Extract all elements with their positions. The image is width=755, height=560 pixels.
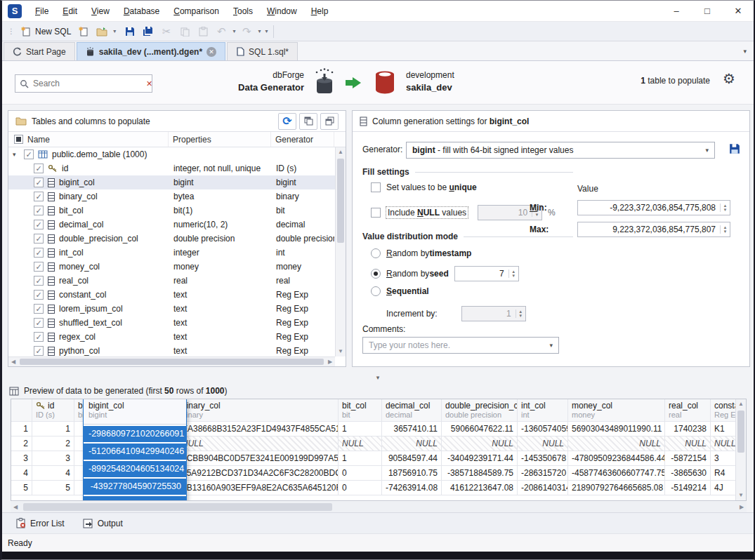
preview-header-real[interactable]: real_colreal xyxy=(665,399,711,422)
row-checkbox[interactable]: ✓ xyxy=(34,220,44,229)
scroll-thumb[interactable] xyxy=(23,503,332,511)
preview-header-double[interactable]: double_precision_coldouble precision xyxy=(442,399,518,422)
row-checkbox[interactable]: ✓ xyxy=(34,248,44,258)
preview-cell-decimal[interactable]: NULL xyxy=(382,436,442,451)
tree-row[interactable]: ✓bigint_colbigintbigint xyxy=(8,175,346,189)
tree-row[interactable]: ✓double_precision_coldouble precisiondou… xyxy=(8,232,346,246)
save-button[interactable] xyxy=(122,23,138,40)
preview-cell-constant[interactable]: R4 xyxy=(711,466,739,481)
minimize-button[interactable]: – xyxy=(661,1,692,21)
error-list-tab[interactable]: Error List xyxy=(16,518,65,528)
preview-cell-bit[interactable]: 0 xyxy=(339,481,382,495)
scroll-thumb[interactable] xyxy=(737,411,744,453)
preview-cell-id[interactable]: 1 xyxy=(32,422,74,436)
tree-row[interactable]: ✓binary_colbyteabinary xyxy=(8,189,346,204)
tree-row[interactable]: ✓shuffled_text_coltextReg Exp xyxy=(8,316,346,330)
select-all-checkbox[interactable] xyxy=(14,135,23,144)
undo-button[interactable]: ↶ xyxy=(213,23,230,40)
tree-row[interactable]: ✓idinteger, not null, uniqueID (s) xyxy=(8,161,346,175)
preview-cell-money[interactable]: -45877463606607747.75 xyxy=(568,466,665,481)
row-checkbox[interactable]: ✓ xyxy=(34,332,44,342)
tree-row[interactable]: ✓bit_colbit(1)bit xyxy=(8,204,346,218)
preview-header-money[interactable]: money_colmoney xyxy=(568,399,665,422)
open-file-dropdown[interactable]: ▾ xyxy=(112,28,117,34)
row-checkbox[interactable]: ✓ xyxy=(34,290,44,300)
row-checkbox[interactable]: ✓ xyxy=(34,346,44,356)
min-value-spinner[interactable]: -9,223,372,036,854,775,808 ▲▼ xyxy=(577,200,730,215)
maximize-button[interactable]: □ xyxy=(692,1,723,21)
preview-cell-constant[interactable]: 4J xyxy=(711,481,739,495)
preview-cell-double[interactable]: -38571884589.75 xyxy=(442,466,518,481)
tab-close-icon[interactable]: ✕ xyxy=(206,47,216,57)
preview-header-binary[interactable]: binary_colbinary xyxy=(178,399,339,422)
menu-item-tools[interactable]: Tools xyxy=(227,4,259,19)
preview-cell-constant[interactable]: NULL xyxy=(711,436,739,451)
preview-cell-id[interactable]: 5 xyxy=(32,481,74,495)
save-generator-button[interactable] xyxy=(729,143,740,154)
spinner-arrows-icon[interactable]: ▲▼ xyxy=(720,204,730,212)
preview-cell-money[interactable]: -47809509236844586.44 xyxy=(568,451,665,466)
tree-header-generator[interactable]: Generator xyxy=(271,132,334,147)
redo-button[interactable]: ↷ xyxy=(238,23,255,40)
tree-row[interactable]: ✓regex_coltextReg Exp xyxy=(8,330,346,344)
preview-cell-id[interactable]: 2 xyxy=(32,436,74,451)
preview-header-int[interactable]: int_colint xyxy=(518,399,568,422)
row-checkbox[interactable]: ✓ xyxy=(34,304,44,314)
copy-button[interactable] xyxy=(176,23,193,40)
tab-sql-document[interactable]: SQL 1.sql* xyxy=(227,42,298,60)
row-checkbox[interactable]: ✓ xyxy=(34,206,44,215)
splitter-collapse-icon[interactable]: ▾ xyxy=(376,374,380,381)
scroll-thumb[interactable] xyxy=(20,359,324,365)
preview-cell-double[interactable]: -34049239171.44 xyxy=(442,451,518,466)
comments-combo[interactable]: Type your notes here. ▾ xyxy=(362,337,559,354)
scroll-left-arrow[interactable]: ◀ xyxy=(8,357,18,366)
preview-cell-decimal[interactable]: -74263914.08 xyxy=(382,481,442,495)
preview-cell-bit[interactable]: 1 xyxy=(339,422,382,436)
scroll-down-arrow[interactable]: ▼ xyxy=(336,347,346,356)
preview-cell-money[interactable]: 21890792764665685.08 xyxy=(568,481,665,495)
menu-item-window[interactable]: Window xyxy=(261,4,303,19)
tab-start-page[interactable]: Start Page xyxy=(4,42,75,60)
expander-icon[interactable]: ▾ xyxy=(13,151,20,158)
menu-item-comparison[interactable]: Comparison xyxy=(167,4,225,19)
refresh-button[interactable]: ⟳ xyxy=(278,113,296,130)
row-checkbox[interactable]: ✓ xyxy=(34,234,44,244)
row-checkbox[interactable]: ✓ xyxy=(34,178,44,187)
seed-spinner[interactable]: 7 ▲▼ xyxy=(454,266,519,281)
preview-cell-num[interactable]: 3 xyxy=(11,451,32,466)
scroll-thumb[interactable] xyxy=(337,159,344,243)
preview-cell-binary[interactable]: NULL xyxy=(178,436,339,451)
tree-header-name[interactable]: Name xyxy=(8,132,169,147)
gear-icon[interactable]: ⚙ xyxy=(723,70,735,87)
generator-select[interactable]: bigint - fill with 64-bit signed integer… xyxy=(406,142,715,159)
sequential-radio[interactable] xyxy=(371,286,381,296)
preview-cell-num[interactable]: 1 xyxy=(11,422,32,436)
save-all-button[interactable] xyxy=(140,23,157,40)
expand-all-button[interactable] xyxy=(299,113,317,130)
row-checkbox[interactable]: ✓ xyxy=(34,318,44,328)
menu-item-database[interactable]: Database xyxy=(117,4,166,19)
row-checkbox[interactable]: ✓ xyxy=(24,149,34,159)
preview-cell-binary[interactable]: 0B13160A903EFF9A8E2AC635A645120FFD0... xyxy=(178,481,339,495)
preview-cell-id[interactable]: 3 xyxy=(32,451,74,466)
preview-cell-real[interactable]: 1740238 xyxy=(665,422,711,436)
tree-row[interactable]: ✓python_coltextReg Exp xyxy=(8,344,346,358)
output-tab[interactable]: Output xyxy=(83,519,123,528)
preview-cell-double[interactable]: 59066047622.11 xyxy=(442,422,518,436)
increment-spinner[interactable]: 1 ▲▼ xyxy=(461,306,526,321)
menu-item-file[interactable]: File xyxy=(29,4,55,19)
undo-dropdown[interactable]: ▾ xyxy=(231,28,237,34)
max-value-spinner[interactable]: 9,223,372,036,854,775,807 ▲▼ xyxy=(577,222,730,237)
preview-header-decimal[interactable]: decimal_coldecimal xyxy=(382,399,442,422)
tree-row[interactable]: ✓decimal_colnumeric(10, 2)decimal xyxy=(8,218,346,232)
preview-cell-money[interactable]: 56903043489011990.11 xyxy=(568,422,665,436)
tree-row[interactable]: ✓lorem_ipsum_coltextReg Exp xyxy=(8,302,346,316)
preview-cell-int[interactable]: -2086140314 xyxy=(518,481,568,495)
preview-cell-decimal[interactable]: 3657410.11 xyxy=(382,422,442,436)
new-document-button[interactable]: ✱ xyxy=(75,23,92,40)
tab-list-dropdown[interactable]: ▾ xyxy=(743,48,747,55)
preview-cell-num[interactable]: 4 xyxy=(11,466,32,481)
search-clear-icon[interactable]: ✕ xyxy=(146,79,152,88)
tree-group-row[interactable]: ▾✓public.demo_table (1000) xyxy=(8,147,346,161)
scroll-left-arrow[interactable]: ◀ xyxy=(11,502,20,512)
